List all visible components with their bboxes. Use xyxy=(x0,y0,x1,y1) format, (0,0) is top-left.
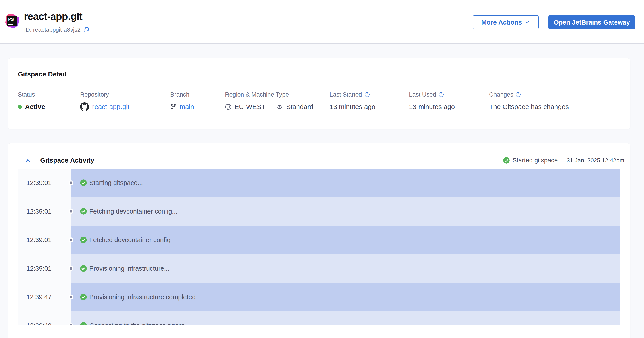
activity-row: 12:39:48 Connecting to the gitspace agen… xyxy=(18,311,620,325)
activity-row-content: Provisioning infrastructure... xyxy=(71,254,620,283)
activity-row-content: Connecting to the gitspace agent... xyxy=(71,311,620,325)
more-actions-label: More Actions xyxy=(481,19,522,26)
timeline-dot xyxy=(68,237,74,242)
success-check-icon xyxy=(80,208,87,215)
top-bar: PS react-app.git ID: reactappgit-a8vjs2 … xyxy=(0,0,644,44)
logo-underscore xyxy=(8,24,13,25)
region-value: EU-WEST xyxy=(234,103,265,111)
activity-card-title: Gitspace Activity xyxy=(40,157,94,164)
branch-label: Branch xyxy=(170,91,194,98)
machine-type-value: Standard xyxy=(286,103,313,111)
activity-row-content: Fetching devcontainer config... xyxy=(71,197,620,226)
timeline-dot xyxy=(68,295,74,300)
activity-row-content: Starting gitspace... xyxy=(71,169,620,197)
field-repository: Repository react-app.git xyxy=(80,91,130,112)
activity-header: Gitspace Activity Started gitspace 31 Ja… xyxy=(8,143,630,169)
gitspace-detail-card: Gitspace Detail Status Active Repository… xyxy=(8,58,630,129)
activity-row-content: Provisioning infrastructure completed xyxy=(71,283,620,311)
activity-message: Starting gitspace... xyxy=(89,179,143,187)
info-icon[interactable] xyxy=(516,92,521,97)
activity-message: Provisioning infrastructure completed xyxy=(89,294,196,301)
last-started-value: 13 minutes ago xyxy=(330,103,375,111)
success-check-icon xyxy=(80,294,87,301)
activity-message: Fetched devcontainer config xyxy=(89,236,170,244)
status-label: Status xyxy=(18,91,45,98)
field-status: Status Active xyxy=(18,91,45,112)
status-value: Active xyxy=(25,103,45,111)
branch-link[interactable]: main xyxy=(180,103,194,111)
repository-label: Repository xyxy=(80,91,130,98)
gitspace-id-line: ID: reactappgit-a8vjs2 xyxy=(24,26,89,33)
changes-label: Changes xyxy=(489,91,513,98)
field-last-started: Last Started 13 minutes ago xyxy=(330,91,375,112)
status-active-dot xyxy=(18,105,22,109)
activity-row-content: Fetched devcontainer config xyxy=(71,226,620,254)
timeline-dot xyxy=(68,266,74,271)
field-last-used: Last Used 13 minutes ago xyxy=(409,91,455,112)
gitspace-activity-card: Gitspace Activity Started gitspace 31 Ja… xyxy=(8,143,630,338)
activity-time: 12:39:48 xyxy=(18,311,71,325)
info-icon[interactable] xyxy=(438,92,444,97)
activity-time: 12:39:01 xyxy=(18,197,71,226)
chevron-down-icon xyxy=(524,20,530,25)
field-branch: Branch main xyxy=(170,91,194,112)
copy-icon[interactable] xyxy=(83,27,89,33)
activity-timestamp: 31 Jan, 2025 12:42pm xyxy=(566,157,624,164)
activity-row: 12:39:01 Provisioning infrastructure... xyxy=(18,254,620,283)
info-icon[interactable] xyxy=(364,92,370,97)
chevron-up-icon[interactable] xyxy=(24,157,31,164)
detail-card-title: Gitspace Detail xyxy=(18,70,66,78)
changes-value: The Gitspace has changes xyxy=(489,103,569,111)
page-title: react-app.git xyxy=(24,11,82,22)
timeline-dot xyxy=(68,180,74,185)
success-check-icon xyxy=(503,157,510,164)
activity-message: Connecting to the gitspace agent... xyxy=(89,322,189,325)
success-check-icon xyxy=(80,179,87,186)
open-jetbrains-gateway-button[interactable]: Open JetBrains Gateway xyxy=(548,15,635,29)
more-actions-button[interactable]: More Actions xyxy=(472,15,539,29)
activity-time: 12:39:01 xyxy=(18,254,71,283)
activity-row: 12:39:47 Provisioning infrastructure com… xyxy=(18,283,620,311)
logo-black-square: PS xyxy=(7,16,18,26)
region-machine-label: Region & Machine Type xyxy=(225,91,313,98)
last-started-label: Last Started xyxy=(330,91,362,98)
github-icon xyxy=(80,102,89,111)
top-bar-actions: More Actions Open JetBrains Gateway xyxy=(472,15,635,29)
phpstorm-logo-icon: PS xyxy=(5,14,19,28)
success-check-icon xyxy=(80,265,87,272)
activity-row: 12:39:01 Fetching devcontainer config... xyxy=(18,197,620,226)
activity-time: 12:39:01 xyxy=(18,226,71,254)
main-content: Gitspace Detail Status Active Repository… xyxy=(0,44,644,338)
activity-log: 12:39:01 Starting gitspace... 12:39:01 F… xyxy=(18,169,620,325)
activity-row: 12:39:01 Fetched devcontainer config xyxy=(18,226,620,254)
repository-link[interactable]: react-app.git xyxy=(92,103,130,111)
gitspace-id-text: ID: reactappgit-a8vjs2 xyxy=(24,26,80,33)
cpu-chip-icon xyxy=(276,104,283,110)
field-region-machine: Region & Machine Type EU-WEST Standard xyxy=(225,91,313,112)
success-check-icon xyxy=(80,236,87,244)
activity-time: 12:39:47 xyxy=(18,283,71,311)
globe-icon xyxy=(225,104,232,110)
last-used-label: Last Used xyxy=(409,91,436,98)
last-used-value: 13 minutes ago xyxy=(409,103,455,111)
activity-status: Started gitspace 31 Jan, 2025 12:42pm xyxy=(503,156,624,165)
timeline-dot xyxy=(68,209,74,214)
success-check-icon xyxy=(80,322,87,325)
field-changes: Changes The Gitspace has changes xyxy=(489,91,569,112)
activity-status-label: Started gitspace xyxy=(512,157,558,164)
activity-row: 12:39:01 Starting gitspace... xyxy=(18,169,620,197)
logo-ps-text: PS xyxy=(8,17,14,22)
activity-message: Provisioning infrastructure... xyxy=(89,265,169,272)
activity-time: 12:39:01 xyxy=(18,169,71,197)
activity-message: Fetching devcontainer config... xyxy=(89,208,178,215)
git-branch-icon xyxy=(170,104,176,110)
